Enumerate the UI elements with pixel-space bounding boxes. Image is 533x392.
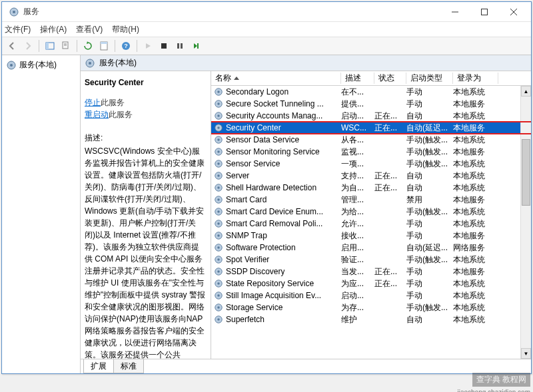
- service-row[interactable]: Sensor Service一项...手动(触发...本地系统: [211, 158, 531, 170]
- service-row[interactable]: Secondary Logon在不...手动本地系统: [211, 86, 531, 98]
- svg-rect-17: [181, 43, 183, 49]
- menu-action[interactable]: 操作(A): [40, 24, 67, 35]
- tab-bar: 扩展 标准: [81, 359, 531, 373]
- forward-button[interactable]: [21, 39, 35, 53]
- gear-icon: [214, 135, 223, 144]
- service-name: Storage Service: [226, 303, 282, 312]
- scroll-thumb[interactable]: [522, 139, 530, 206]
- minimize-button[interactable]: [440, 2, 470, 21]
- gear-icon: [214, 303, 223, 312]
- svg-rect-7: [46, 43, 49, 49]
- gear-icon: [214, 255, 223, 264]
- service-row[interactable]: Sensor Monitoring Service监视...手动(触发...本地…: [211, 146, 531, 158]
- properties-button[interactable]: [97, 39, 111, 53]
- service-row[interactable]: Software Protection启用...自动(延迟...网络服务: [211, 242, 531, 254]
- gear-icon: [214, 123, 223, 132]
- service-row[interactable]: Secure Socket Tunneling ...提供...手动本地服务: [211, 98, 531, 110]
- gear-icon: [214, 267, 223, 276]
- service-name: Software Protection: [226, 243, 296, 252]
- menu-help[interactable]: 帮助(H): [112, 24, 139, 35]
- service-row[interactable]: Still Image Acquisition Ev...启动...手动本地系统: [211, 290, 531, 301]
- header-status[interactable]: 状态: [374, 73, 406, 84]
- service-row[interactable]: Smart Card Removal Poli...允许...手动本地系统: [211, 218, 531, 230]
- restart-link[interactable]: 重启动: [85, 110, 109, 119]
- service-row[interactable]: Security Accounts Manag...启动...正在...自动本地…: [211, 110, 531, 122]
- service-desc: 接收...: [341, 231, 364, 240]
- svg-point-34: [217, 150, 220, 153]
- tree-pane: 服务(本地): [2, 55, 81, 373]
- header-name[interactable]: 名称: [211, 73, 341, 84]
- service-desc: 一项...: [341, 159, 364, 168]
- tab-extended[interactable]: 扩展: [83, 359, 114, 373]
- menu-file[interactable]: 文件(F): [5, 24, 31, 35]
- service-logon: 本地系统: [453, 159, 485, 168]
- service-start-type: 自动(延迟...: [406, 123, 448, 132]
- gear-icon: [214, 147, 223, 156]
- services-window: 服务 文件(F) 操作(A) 查看(V) 帮助(H) ?: [1, 1, 532, 374]
- service-logon: 本地系统: [453, 315, 485, 324]
- service-desc: 启动...: [341, 111, 364, 120]
- tree-root-item[interactable]: 服务(本地): [3, 58, 79, 72]
- service-status: 正在...: [374, 183, 397, 192]
- service-start-type: 自动: [406, 171, 422, 180]
- help-button[interactable]: ?: [119, 39, 133, 53]
- service-row[interactable]: SNMP Trap接收...手动本地服务: [211, 230, 531, 242]
- back-button[interactable]: [5, 39, 19, 53]
- tab-standard[interactable]: 标准: [113, 359, 144, 373]
- service-logon: 本地系统: [453, 303, 485, 312]
- service-start-type: 自动: [406, 183, 422, 192]
- show-hide-tree-button[interactable]: [43, 39, 57, 53]
- svg-rect-3: [482, 9, 488, 15]
- svg-point-28: [217, 114, 220, 117]
- service-row[interactable]: Storage Service为存...手动(触发...本地系统: [211, 301, 531, 313]
- stop-link[interactable]: 停止: [85, 98, 101, 107]
- service-row[interactable]: Server支持...正在...自动本地系统: [211, 170, 531, 182]
- service-logon: 本地服务: [453, 147, 485, 156]
- refresh-button[interactable]: [81, 39, 95, 53]
- sort-asc-icon: [234, 77, 239, 80]
- service-logon: 本地服务: [453, 123, 485, 132]
- service-row[interactable]: Smart Card管理...禁用本地服务: [211, 194, 531, 206]
- service-name: Security Accounts Manag...: [226, 111, 322, 120]
- service-row[interactable]: Superfetch维护自动本地系统: [211, 313, 531, 325]
- service-row[interactable]: Security CenterWSC...正在...自动(延迟...本地服务: [211, 122, 531, 134]
- service-row[interactable]: State Repository Service为应...正在...手动本地系统: [211, 278, 531, 290]
- service-row[interactable]: Spot Verifier验证...手动(触发...本地系统: [211, 254, 531, 266]
- maximize-button[interactable]: [470, 2, 499, 21]
- service-status: 正在...: [374, 111, 397, 120]
- gear-icon: [214, 315, 223, 324]
- service-logon: 本地服务: [453, 195, 485, 204]
- service-desc: 维护: [341, 315, 357, 324]
- stop-service-button[interactable]: [157, 39, 171, 53]
- title-bar[interactable]: 服务: [2, 2, 531, 22]
- menu-view[interactable]: 查看(V): [76, 24, 103, 35]
- service-desc: 为自...: [341, 183, 364, 192]
- service-start-type: 手动(触发...: [406, 135, 448, 144]
- service-logon: 本地系统: [453, 255, 485, 264]
- service-row[interactable]: Smart Card Device Enum...为给...手动(触发...本地…: [211, 206, 531, 218]
- header-start-type[interactable]: 启动类型: [406, 73, 453, 84]
- gear-icon: [85, 58, 95, 69]
- scroll-up-button[interactable]: ▲: [521, 86, 531, 97]
- export-button[interactable]: [59, 39, 73, 53]
- close-button[interactable]: [499, 2, 528, 21]
- gear-icon: [214, 279, 223, 288]
- service-row[interactable]: Shell Hardware Detection为自...正在...自动本地系统: [211, 182, 531, 194]
- svg-point-20: [10, 64, 13, 67]
- service-logon: 本地系统: [453, 171, 485, 180]
- service-name: Secondary Logon: [226, 87, 288, 97]
- service-row[interactable]: Sensor Data Service从各...手动(触发...本地系统: [211, 134, 531, 146]
- svg-point-38: [217, 174, 220, 177]
- header-desc[interactable]: 描述: [341, 73, 374, 84]
- pause-service-button[interactable]: [173, 39, 187, 53]
- scroll-down-button[interactable]: ▼: [521, 348, 531, 359]
- vertical-scrollbar[interactable]: ▲ ▼: [520, 86, 531, 359]
- start-service-button[interactable]: [141, 39, 155, 53]
- header-logon[interactable]: 登录为: [453, 73, 498, 84]
- service-desc: 管理...: [341, 195, 364, 204]
- service-row[interactable]: SSDP Discovery当发...正在...手动本地服务: [211, 266, 531, 278]
- service-name: Smart Card Removal Poli...: [226, 219, 322, 228]
- svg-point-58: [217, 294, 220, 297]
- restart-service-button[interactable]: [189, 39, 203, 53]
- service-desc: 为存...: [341, 303, 364, 312]
